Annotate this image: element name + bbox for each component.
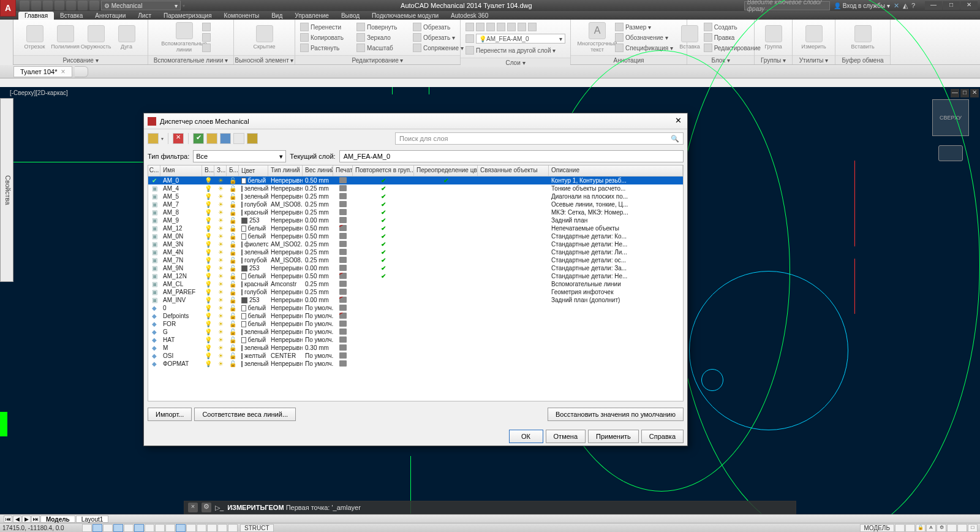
edit-Перенести[interactable]: Перенести: [311, 24, 355, 31]
ribbon-tab-Параметризация[interactable]: Параметризация: [157, 12, 218, 20]
properties-palette-collapsed[interactable]: Свойства: [0, 98, 13, 282]
ribbon-tab-Компоненты[interactable]: Компоненты: [218, 12, 266, 20]
edit-icon[interactable]: [413, 33, 421, 42]
col-header[interactable]: Имя: [160, 165, 202, 176]
col-header[interactable]: Переопределение цве...: [414, 165, 478, 176]
edit-icon[interactable]: [356, 23, 365, 31]
layer-row-AM_7[interactable]: ▣AM_7💡☀🔓голубойAM_ISO08...0.25 mm✔Осевые…: [148, 200, 683, 208]
status-clean[interactable]: □: [968, 524, 978, 532]
status-annoscale2[interactable]: A: [926, 524, 936, 532]
ribbon-tab-Управление[interactable]: Управление: [288, 12, 335, 20]
cmd-customize-icon[interactable]: ⚙: [202, 503, 211, 512]
apply-button[interactable]: Применить: [588, 430, 639, 443]
coordinate-display[interactable]: 17415.0, -11180.4, 0.0: [2, 525, 82, 531]
panel-title-detail[interactable]: Выносной элемент ▾: [234, 55, 295, 64]
toggle-infer[interactable]: [82, 524, 92, 532]
filter-combo[interactable]: Все▾: [193, 150, 286, 162]
layer-states-icon[interactable]: [233, 133, 244, 144]
restore-defaults-button[interactable]: Восстановить значения по умолчанию: [548, 408, 684, 421]
toggle-grid[interactable]: [103, 524, 113, 532]
ribbon-collapsed-left[interactable]: [0, 20, 13, 65]
tab-prev-icon[interactable]: ◀: [13, 515, 21, 523]
tab-last-icon[interactable]: ⏭: [31, 515, 40, 523]
layer-row-OSI[interactable]: ◆OSI💡☀🔓желтыйCENTERПо умолч...: [148, 352, 683, 360]
col-header[interactable]: Цвет: [239, 165, 268, 176]
toggle-snap[interactable]: [92, 524, 102, 532]
import-button[interactable]: Импорт...: [148, 408, 192, 421]
qat-new-icon[interactable]: [20, 1, 29, 10]
status-hw[interactable]: [947, 524, 957, 532]
ribbon-tab-Лист[interactable]: Лист: [132, 12, 157, 20]
layout-tab-layout1[interactable]: Layout1: [76, 515, 109, 523]
qat-saveas-icon[interactable]: [55, 1, 64, 10]
layer-row-ФОРМАТ[interactable]: ◆ФОРМАТ💡☀🔓зеленыйНепрерывн...По умолч...: [148, 360, 683, 368]
layer-row-AM_9[interactable]: ▣AM_9💡☀🔓253Непрерывн...0.00 mm✔Задний пл…: [148, 216, 683, 224]
layer-combo[interactable]: 💡AM_FEA-AM_0▾: [476, 34, 565, 44]
edit-Масштаб[interactable]: Масштаб: [367, 45, 411, 51]
new-layer-icon[interactable]: [148, 133, 159, 144]
col-header[interactable]: Описание: [549, 165, 683, 176]
maximize-button[interactable]: □: [943, 1, 960, 10]
close-button[interactable]: ✕: [960, 1, 978, 10]
layer-row-AM_0N[interactable]: ▣AM_0N💡☀🔓белыйНепрерывн...0.50 mm✔Станда…: [148, 232, 683, 240]
col-header[interactable]: Тип линий: [268, 165, 303, 176]
move-layer-button[interactable]: Перенести на другой слой ▾: [476, 47, 556, 54]
status-ws[interactable]: ⚙: [937, 524, 946, 532]
edit-icon[interactable]: [413, 44, 421, 52]
toggle-otrack[interactable]: [155, 524, 165, 532]
tab-next-icon[interactable]: ▶: [22, 515, 31, 523]
help-button[interactable]: Справка: [641, 430, 684, 443]
qat-save-icon[interactable]: [43, 1, 53, 10]
layer-row-AM_0[interactable]: ✔AM_0💡☀🔓белыйНепрерывн...0.50 mm✔✔Контур…: [148, 177, 683, 184]
exchange-icon[interactable]: ✕: [894, 2, 899, 10]
cancel-button[interactable]: Отмена: [546, 430, 586, 443]
tab-first-icon[interactable]: ⏮: [4, 515, 12, 523]
dialog-titlebar[interactable]: Диспетчер слоев Mechanical ✕: [144, 113, 687, 129]
layer-state-icon[interactable]: [466, 34, 474, 43]
vp-minimize-icon[interactable]: —: [951, 89, 959, 97]
col-header[interactable]: Связанные объекты: [478, 165, 549, 176]
toggle-tpy[interactable]: [197, 524, 206, 532]
workspace-combo[interactable]: ⚙ Mechanical▾: [101, 1, 181, 10]
thaw-layer-icon[interactable]: [220, 133, 231, 144]
toggle-polar[interactable]: [124, 524, 134, 532]
toggle-qp[interactable]: [207, 524, 217, 532]
ribbon-tab-Подключаемые модули[interactable]: Подключаемые модули: [366, 12, 445, 20]
cmd-close-icon[interactable]: ×: [188, 503, 198, 512]
toggle-sc[interactable]: [217, 524, 227, 532]
layout-tab-model[interactable]: Модель: [40, 515, 75, 523]
layer-row-AM_CL[interactable]: ▣AM_CL💡☀🔓красныйAmconstr0.25 mmВспомогат…: [148, 280, 683, 288]
col-header[interactable]: З...: [214, 165, 227, 176]
lineweight-match-button[interactable]: Соответствие веса линий...: [194, 408, 296, 421]
qat-print-icon[interactable]: [66, 1, 76, 10]
layer-row-AM_5[interactable]: ▣AM_5💡☀🔓зеленыйНепрерывн...0.25 mm✔Диаго…: [148, 192, 683, 200]
toggle-ducs[interactable]: [165, 524, 175, 532]
struct-button[interactable]: STRUCT: [240, 524, 274, 532]
toggle-osnap[interactable]: [134, 524, 144, 532]
layer-row-AM_4N[interactable]: ▣AM_4N💡☀🔓зеленыйНепрерывн...0.25 mm✔Стан…: [148, 248, 683, 256]
draw-Отрезок[interactable]: Отрезок: [21, 25, 49, 50]
toggle-dyn[interactable]: [176, 524, 186, 532]
col-header[interactable]: Вес линий: [303, 165, 333, 176]
edit-icon[interactable]: [300, 23, 309, 31]
layer-settings-icon[interactable]: [247, 133, 258, 144]
draw-Окружность[interactable]: Окружность: [82, 25, 110, 50]
status-r2[interactable]: [905, 524, 915, 532]
ribbon-tab-Аннотации[interactable]: Аннотации: [89, 12, 132, 20]
status-annoscale[interactable]: 🔒: [916, 524, 925, 532]
col-header[interactable]: С...: [148, 165, 160, 176]
ok-button[interactable]: ОК: [509, 430, 543, 443]
layer-row-AM_8[interactable]: ▣AM_8💡☀🔓красныйНепрерывн...0.25 mm✔МКЭ: …: [148, 208, 683, 216]
ribbon-tab-Autodesk 360[interactable]: Autodesk 360: [445, 12, 494, 20]
layer-row-AM_12N[interactable]: ▣AM_12N💡☀🔓белыйНепрерывн...0.50 mm✔Станд…: [148, 272, 683, 280]
qat-open-icon[interactable]: [31, 1, 41, 10]
layer-row-M[interactable]: ◆M💡☀🔓зеленыйНепрерывн...0.30 mm: [148, 344, 683, 352]
minimize-button[interactable]: —: [925, 1, 942, 10]
qat-undo-icon[interactable]: [78, 1, 88, 10]
edit-Копировать[interactable]: Копировать: [311, 34, 355, 41]
help-icon[interactable]: ?: [911, 2, 915, 9]
edit-Растянуть[interactable]: Растянуть: [311, 45, 355, 51]
vp-close-icon[interactable]: ✕: [970, 89, 979, 97]
app-menu-icon[interactable]: A: [0, 0, 16, 17]
aux-lines-button[interactable]: Вспомогательные линии: [170, 22, 198, 53]
